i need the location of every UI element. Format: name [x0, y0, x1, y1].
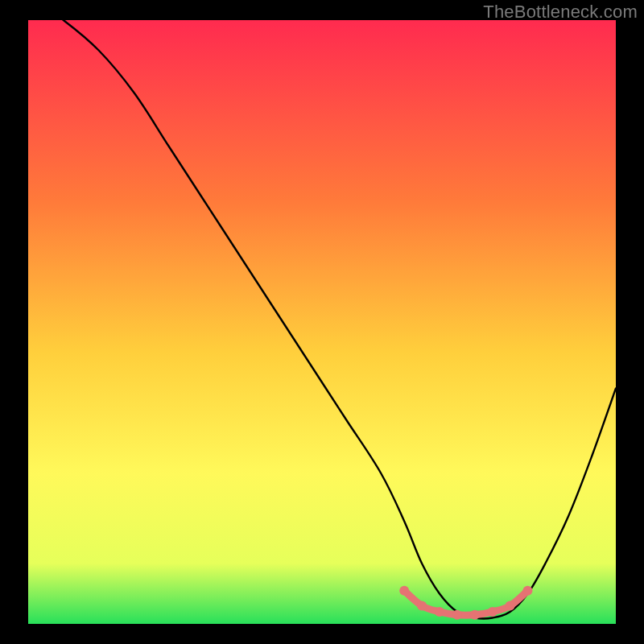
plateau-marker [470, 610, 480, 620]
chart-gradient-bg [28, 20, 616, 624]
chart-canvas [0, 0, 644, 644]
plateau-marker [523, 586, 533, 596]
plateau-marker [435, 607, 444, 617]
plateau-marker [452, 610, 462, 620]
plateau-marker [399, 586, 409, 596]
plateau-marker [506, 601, 515, 611]
plateau-marker [488, 607, 497, 617]
watermark-text: TheBottleneck.com [483, 2, 638, 23]
plateau-marker [417, 601, 427, 611]
